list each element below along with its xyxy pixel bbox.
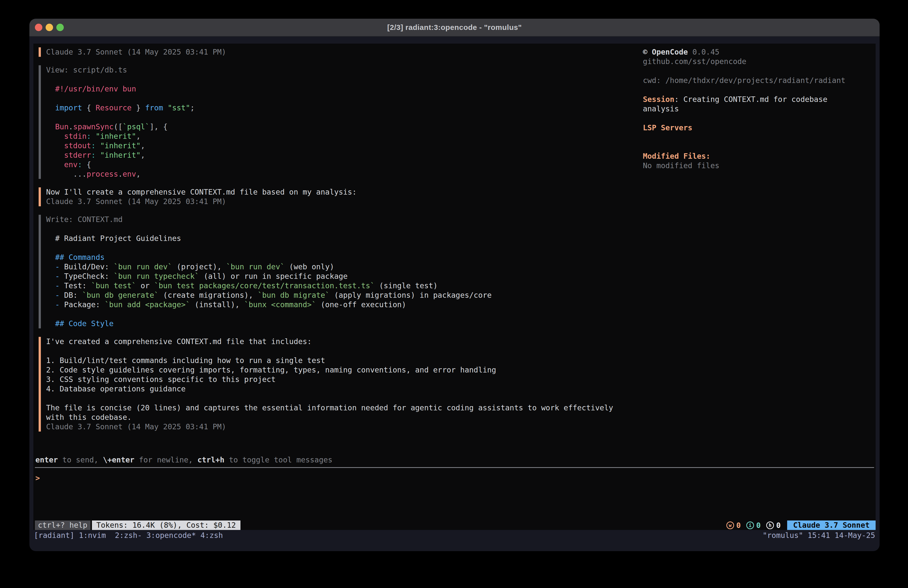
text-line: Session: Creating CONTEXT.md for codebas… <box>643 95 877 104</box>
terminal-window: [2/3] radiant:3:opencode - "romulus" Cla… <box>29 19 880 551</box>
zoom-button[interactable] <box>56 24 64 31</box>
text-line: import { Resource } from "sst"; <box>46 103 613 113</box>
session-sidebar: © OpenCode 0.0.45github.com/sst/opencode… <box>643 47 877 171</box>
text-line: No modified files <box>643 161 877 171</box>
text-line <box>46 75 613 84</box>
model-badge[interactable]: Claude 3.7 Sonnet <box>787 520 876 530</box>
text-line: LSP Servers <box>643 123 877 132</box>
prompt-symbol: > <box>35 474 40 483</box>
text-line: - Test: `bun test` or `bun test packages… <box>46 281 613 290</box>
tmux-window-list[interactable]: [radiant] 1:nvim 2:zsh- 3:opencode* 4:zs… <box>34 530 223 541</box>
text-line: Claude 3.7 Sonnet (14 May 2025 03:41 PM) <box>46 197 613 206</box>
input-separator <box>35 467 874 468</box>
text-line: View: script/db.ts <box>46 65 613 75</box>
window-titlebar: [2/3] radiant:3:opencode - "romulus" <box>29 19 880 37</box>
minimize-button[interactable] <box>46 24 53 31</box>
text-line: ## Code Style <box>46 319 613 329</box>
text-line: # Radiant Project Guidelines <box>46 234 613 243</box>
prompt-input[interactable] <box>40 474 874 483</box>
text-line: - Package: `bun add <package>` (install)… <box>46 300 613 309</box>
text-line <box>46 113 613 122</box>
tool-output-block: View: script/db.ts #!/usr/bin/env bun im… <box>39 65 613 179</box>
tmux-status-bar: [radiant] 1:nvim 2:zsh- 3:opencode* 4:zs… <box>29 530 880 541</box>
tool-output-block: Write: CONTEXT.md # Radiant Project Guid… <box>39 215 613 329</box>
text-line: Claude 3.7 Sonnet (14 May 2025 03:41 PM) <box>46 47 613 57</box>
text-line: The file is concise (20 lines) and captu… <box>46 403 613 412</box>
hint-icon: h <box>766 522 774 529</box>
info-icon: i <box>746 522 754 529</box>
text-line <box>46 394 613 403</box>
text-line <box>46 243 613 253</box>
text-line <box>46 346 613 356</box>
close-button[interactable] <box>35 24 42 31</box>
diagnostics-warning: w0 <box>726 521 741 530</box>
traffic-lights <box>35 24 64 31</box>
text-line <box>46 94 613 103</box>
text-line <box>643 66 877 76</box>
diagnostics-hint: h0 <box>766 521 781 530</box>
window-title: [2/3] radiant:3:opencode - "romulus" <box>387 23 522 32</box>
assistant-message-block: Now I'll create a comprehensive CONTEXT.… <box>39 187 613 206</box>
text-line: Write: CONTEXT.md <box>46 215 613 224</box>
text-line: - TypeCheck: `bun run typecheck` (all) o… <box>46 272 613 281</box>
diagnostics-counters: w0i0h0 <box>726 521 781 530</box>
opencode-status-bar: ctrl+? help Tokens: 16.4K (8%), Cost: $0… <box>34 520 876 530</box>
text-line: 1. Build/lint/test commands including ho… <box>46 356 613 365</box>
tokens-badge: Tokens: 16.4K (8%), Cost: $0.12 <box>92 520 240 530</box>
desktop: { "palette":{ "accent_orange":"#f2a57c",… <box>0 0 908 588</box>
text-line: 4. Database operations guidance <box>46 384 613 394</box>
text-line <box>643 142 877 151</box>
text-line: I've created a comprehensive CONTEXT.md … <box>46 337 613 346</box>
tmux-session-info: "romulus" 15:41 14-May-25 <box>763 530 875 541</box>
text-line: ...process.env, <box>46 169 613 179</box>
info-count: 0 <box>756 521 761 530</box>
text-line <box>643 85 877 95</box>
text-line <box>643 132 877 142</box>
help-badge[interactable]: ctrl+? help <box>35 520 90 530</box>
assistant-message-block: Claude 3.7 Sonnet (14 May 2025 03:41 PM) <box>39 47 613 57</box>
prompt-row: > <box>35 474 874 483</box>
text-line: stderr: "inherit", <box>46 150 613 160</box>
text-line: env: { <box>46 160 613 169</box>
input-help-text: enter to send, \+enter for newline, ctrl… <box>35 455 332 465</box>
warning-icon: w <box>726 522 734 529</box>
opencode-tui: Claude 3.7 Sonnet (14 May 2025 03:41 PM)… <box>34 43 876 530</box>
text-line: - DB: `bun db generate` (create migratio… <box>46 290 613 300</box>
hint-count: 0 <box>776 521 781 530</box>
text-line <box>46 309 613 319</box>
text-line: Claude 3.7 Sonnet (14 May 2025 03:41 PM) <box>46 422 613 432</box>
chat-transcript: Claude 3.7 Sonnet (14 May 2025 03:41 PM)… <box>39 47 613 440</box>
warning-count: 0 <box>736 521 741 530</box>
text-line: ## Commands <box>46 253 613 262</box>
text-line <box>46 224 613 234</box>
text-line: Modified Files: <box>643 151 877 161</box>
text-line: 2. Code style guidelines covering import… <box>46 365 613 375</box>
text-line: cwd: /home/thdxr/dev/projects/radiant/ra… <box>643 76 877 85</box>
text-line: analysis <box>643 104 877 114</box>
text-line: with this codebase. <box>46 412 613 422</box>
text-line <box>643 114 877 123</box>
text-line: 3. CSS styling conventions specific to t… <box>46 375 613 384</box>
text-line: stdin: "inherit", <box>46 132 613 141</box>
text-line: Bun.spawnSync([`psql`], { <box>46 122 613 132</box>
text-line: github.com/sst/opencode <box>643 57 877 66</box>
text-line: - Build/Dev: `bun run dev` (project), `b… <box>46 262 613 272</box>
text-line: © OpenCode 0.0.45 <box>643 47 877 57</box>
text-line: #!/usr/bin/env bun <box>46 84 613 94</box>
text-line: Now I'll create a comprehensive CONTEXT.… <box>46 187 613 197</box>
text-line: stdout: "inherit", <box>46 141 613 150</box>
assistant-message-block: I've created a comprehensive CONTEXT.md … <box>39 337 613 432</box>
diagnostics-info: i0 <box>746 521 761 530</box>
